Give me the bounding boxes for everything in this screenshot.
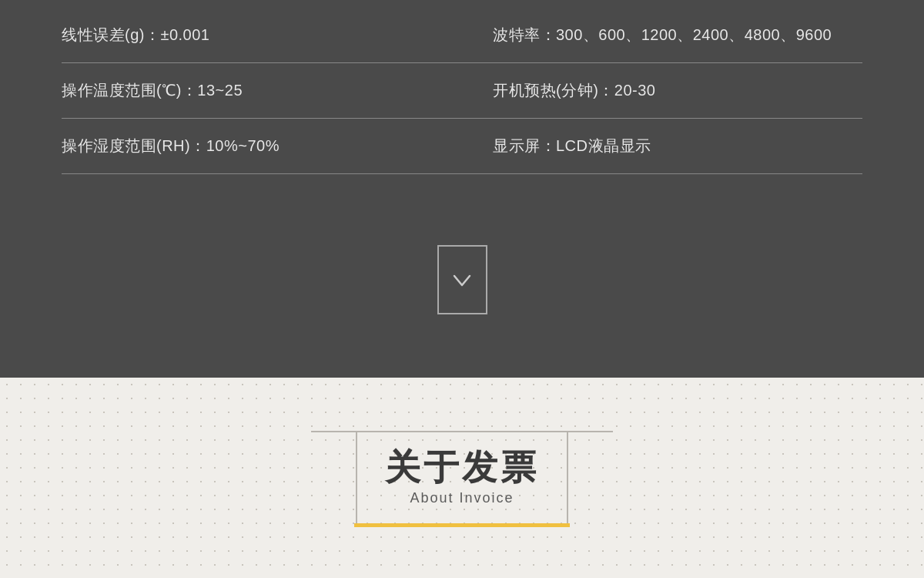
spec-item-warmup: 开机预热(分钟)：20-30 <box>462 63 862 119</box>
spec-item-humidity: 操作湿度范围(RH)：10%~70% <box>62 119 462 174</box>
section-title-english: About Invoice <box>410 490 514 506</box>
spec-item-display: 显示屏：LCD液晶显示 <box>462 119 862 174</box>
section-title-chinese: 关于发票 <box>385 446 539 489</box>
spec-label: 开机预热(分钟)： <box>493 82 614 99</box>
spec-label: 线性误差(g)： <box>62 26 160 43</box>
chevron-down-icon <box>450 268 474 291</box>
spec-label: 波特率： <box>493 26 556 43</box>
specs-grid: 线性误差(g)：±0.001 波特率：300、600、1200、2400、480… <box>62 8 862 174</box>
bottom-section: 关于发票 About Invoice <box>0 378 924 578</box>
section-title-box: 关于发票 About Invoice <box>356 431 568 525</box>
chevron-container <box>62 197 862 362</box>
title-line-right <box>567 431 613 432</box>
spec-label: 操作湿度范围(RH)： <box>62 137 206 154</box>
spec-value: 300、600、1200、2400、4800、9600 <box>556 26 832 43</box>
title-underline <box>354 523 570 527</box>
spec-value: LCD液晶显示 <box>556 137 651 154</box>
spec-value: 10%~70% <box>206 137 280 154</box>
spec-value: ±0.001 <box>160 26 209 43</box>
top-section: 线性误差(g)：±0.001 波特率：300、600、1200、2400、480… <box>0 0 924 378</box>
title-line-left <box>311 431 357 432</box>
spec-item-linearity: 线性误差(g)：±0.001 <box>62 8 462 63</box>
spec-value: 20-30 <box>614 82 656 99</box>
spec-label: 显示屏： <box>493 137 556 154</box>
spec-item-temp-range: 操作温度范围(℃)：13~25 <box>62 63 462 119</box>
scroll-down-button[interactable] <box>437 245 487 314</box>
spec-value: 13~25 <box>197 82 243 99</box>
spec-label: 操作温度范围(℃)： <box>62 82 197 99</box>
section-title-wrapper: 关于发票 About Invoice <box>254 431 670 525</box>
spec-item-baudrate: 波特率：300、600、1200、2400、4800、9600 <box>462 8 862 63</box>
